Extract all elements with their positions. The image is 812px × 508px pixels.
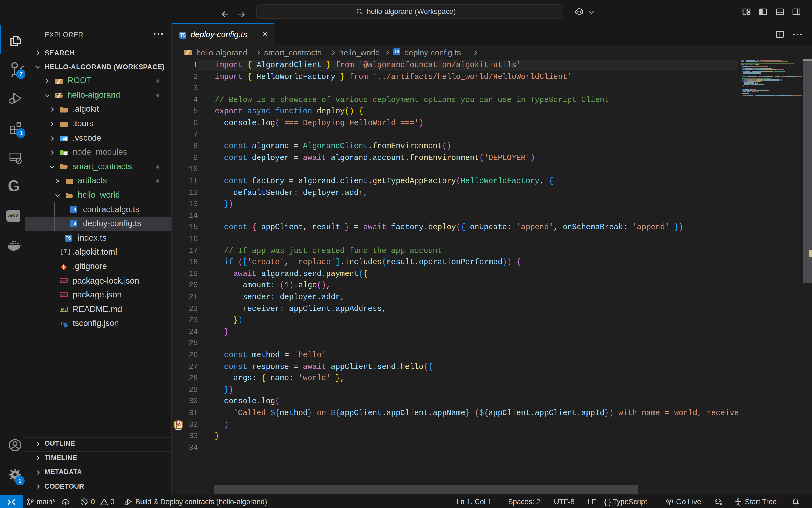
- svg-text:JS: JS: [64, 152, 67, 155]
